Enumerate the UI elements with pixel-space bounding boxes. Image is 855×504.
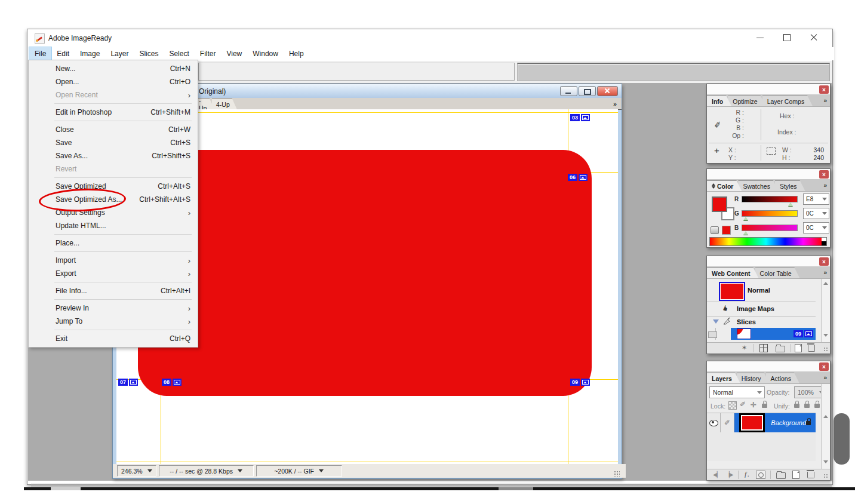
scrollbar[interactable] bbox=[821, 384, 830, 469]
rollover-wand-icon[interactable] bbox=[742, 344, 747, 352]
menu-item-open[interactable]: Open...Ctrl+O bbox=[29, 75, 198, 88]
unify-style-icon[interactable] bbox=[814, 404, 820, 408]
palette-close-icon[interactable] bbox=[819, 257, 829, 266]
selected-layer[interactable]: Background bbox=[734, 413, 816, 432]
layer-effects-icon[interactable] bbox=[744, 470, 749, 479]
menu-item-save[interactable]: SaveCtrl+S bbox=[29, 136, 198, 149]
menu-layer[interactable]: Layer bbox=[105, 47, 134, 60]
close-icon[interactable] bbox=[801, 29, 828, 46]
visibility-cell[interactable] bbox=[707, 413, 721, 432]
tab-layer-comps[interactable]: Layer Comps bbox=[762, 96, 813, 106]
palette-close-icon[interactable] bbox=[819, 170, 829, 179]
green-slider[interactable] bbox=[742, 210, 798, 217]
new-layer-icon[interactable] bbox=[792, 471, 799, 479]
palette-titlebar[interactable] bbox=[707, 256, 830, 267]
previous-frame-icon[interactable]: ◀▏ bbox=[713, 471, 721, 478]
menu-item-save-as[interactable]: Save As...Ctrl+Shift+S bbox=[29, 149, 198, 162]
menu-item-exit[interactable]: ExitCtrl+Q bbox=[29, 332, 198, 345]
palette-titlebar[interactable] bbox=[707, 84, 830, 95]
scrollbar[interactable] bbox=[821, 279, 830, 342]
tab-swatches[interactable]: Swatches bbox=[738, 180, 779, 191]
palette-menu-icon[interactable] bbox=[823, 182, 827, 189]
green-value-dropdown[interactable]: 0C bbox=[803, 208, 829, 219]
new-item-icon[interactable] bbox=[795, 344, 802, 352]
blend-mode-dropdown[interactable]: Normal bbox=[709, 386, 765, 398]
rollover-state-label[interactable]: Normal bbox=[748, 287, 770, 294]
palette-close-icon[interactable] bbox=[819, 85, 829, 94]
slices-label[interactable]: Slices bbox=[737, 318, 756, 325]
menu-image[interactable]: Image bbox=[75, 47, 105, 60]
new-group-icon[interactable] bbox=[776, 346, 785, 352]
palette-menu-icon[interactable] bbox=[823, 374, 827, 381]
web-safe-color-swatch[interactable] bbox=[722, 226, 731, 235]
guide-horizontal[interactable] bbox=[116, 462, 618, 462]
new-group-icon[interactable] bbox=[776, 472, 786, 479]
unify-visibility-icon[interactable] bbox=[804, 404, 810, 408]
menu-help[interactable]: Help bbox=[284, 47, 309, 60]
unify-position-icon[interactable] bbox=[794, 404, 799, 408]
resize-grip-icon[interactable] bbox=[823, 474, 829, 479]
trash-icon[interactable] bbox=[807, 472, 814, 478]
menu-item-import[interactable]: Import bbox=[29, 254, 198, 267]
selected-slice-row[interactable]: 09 bbox=[731, 328, 816, 340]
palette-menu-icon[interactable] bbox=[823, 269, 827, 276]
menu-file[interactable]: File bbox=[29, 47, 51, 60]
web-safe-cube-icon[interactable] bbox=[711, 226, 719, 234]
menu-item-file-info[interactable]: File Info...Ctrl+Alt+I bbox=[29, 284, 198, 297]
lock-pixels-icon[interactable] bbox=[740, 400, 746, 408]
red-value-dropdown[interactable]: E8 bbox=[803, 193, 829, 205]
edit-state-cell[interactable] bbox=[721, 413, 734, 432]
minimize-icon[interactable] bbox=[747, 29, 774, 46]
tab-history[interactable]: History bbox=[737, 373, 770, 383]
file-size-dropdown[interactable]: ~200K / -- GIF bbox=[256, 465, 342, 477]
maximize-icon[interactable] bbox=[774, 29, 801, 46]
zoom-level-dropdown[interactable]: 246.3% bbox=[117, 465, 156, 477]
tab-overflow-icon[interactable] bbox=[613, 100, 617, 107]
menu-item-preview-in[interactable]: Preview In bbox=[29, 302, 198, 315]
resize-grip-icon[interactable] bbox=[823, 347, 829, 352]
lock-all-icon[interactable] bbox=[762, 404, 767, 408]
slice-label[interactable]: 09 bbox=[570, 378, 590, 386]
resize-grip-icon[interactable] bbox=[614, 471, 620, 477]
tab-web-content[interactable]: Web Content bbox=[707, 268, 759, 278]
foreground-color-swatch[interactable] bbox=[712, 196, 727, 212]
trash-icon[interactable] bbox=[808, 345, 815, 352]
lock-position-icon[interactable] bbox=[751, 401, 756, 409]
menu-window[interactable]: Window bbox=[247, 47, 284, 60]
menu-item-update-html[interactable]: Update HTML... bbox=[29, 219, 198, 232]
blue-slider[interactable] bbox=[742, 225, 798, 231]
expand-triangle-icon[interactable] bbox=[713, 319, 719, 324]
doc-minimize-icon[interactable] bbox=[560, 86, 577, 96]
palette-close-icon[interactable] bbox=[819, 362, 829, 371]
scroll-down-icon[interactable] bbox=[823, 334, 828, 337]
next-frame-icon[interactable]: ▕▶ bbox=[725, 471, 733, 478]
red-slider[interactable] bbox=[742, 196, 798, 202]
menu-item-edit-in-photoshop[interactable]: Edit in PhotoshopCtrl+Shift+M bbox=[29, 106, 198, 119]
tab-actions[interactable]: Actions bbox=[766, 373, 799, 383]
tab-2up[interactable]: -Up bbox=[198, 99, 214, 109]
blue-value-dropdown[interactable]: 0C bbox=[803, 222, 829, 233]
new-slice-icon[interactable] bbox=[759, 344, 768, 352]
menu-edit[interactable]: Edit bbox=[51, 47, 75, 60]
layer-thumbnail[interactable] bbox=[739, 413, 765, 432]
slice-label[interactable]: 08 bbox=[162, 378, 182, 386]
tab-4up[interactable]: 4-Up bbox=[212, 99, 237, 109]
tab-optimize[interactable]: Optimize bbox=[728, 96, 765, 106]
color-spectrum-bar[interactable] bbox=[709, 237, 823, 246]
palette-menu-icon[interactable] bbox=[823, 97, 827, 104]
tab-layers[interactable]: Layers bbox=[707, 373, 740, 383]
menu-item-new[interactable]: New...Ctrl+N bbox=[29, 62, 198, 75]
spectrum-bw-swatches[interactable] bbox=[822, 237, 827, 246]
slice-label[interactable]: 07 bbox=[118, 378, 138, 386]
menu-item-jump-to[interactable]: Jump To bbox=[29, 315, 198, 328]
layer-row-background[interactable]: Background bbox=[707, 413, 816, 432]
menu-item-close[interactable]: CloseCtrl+W bbox=[29, 123, 198, 136]
tab-color-table[interactable]: Color Table bbox=[755, 268, 800, 278]
slice-label[interactable]: 06 bbox=[568, 173, 588, 181]
doc-close-icon[interactable] bbox=[597, 86, 618, 96]
menu-view[interactable]: View bbox=[221, 47, 247, 60]
slider-marker-icon[interactable] bbox=[743, 231, 748, 235]
image-maps-label[interactable]: Image Maps bbox=[737, 305, 774, 312]
scroll-up-icon[interactable] bbox=[823, 282, 828, 285]
slider-marker-icon[interactable] bbox=[788, 202, 793, 206]
